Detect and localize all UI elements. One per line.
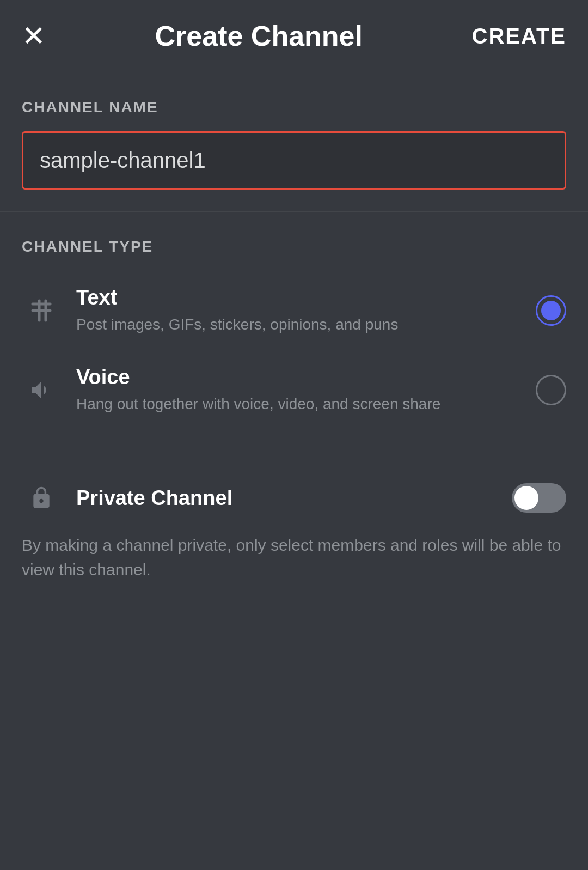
private-channel-description: By making a channel private, only select…: [22, 533, 566, 582]
private-channel-row: Private Channel: [22, 478, 566, 518]
channel-name-label: CHANNEL NAME: [22, 99, 566, 116]
create-button[interactable]: CREATE: [472, 24, 566, 48]
lock-icon: [22, 478, 61, 518]
toggle-track: [512, 483, 566, 513]
channel-type-section: CHANNEL TYPE Text Post images, GIFs, sti…: [0, 212, 588, 452]
header: ✕ Create Channel CREATE: [0, 0, 588, 72]
channel-type-label: CHANNEL TYPE: [22, 238, 566, 255]
voice-channel-info: Voice Hang out together with voice, vide…: [76, 366, 525, 415]
voice-channel-radio[interactable]: [536, 375, 566, 405]
channel-type-voice[interactable]: Voice Hang out together with voice, vide…: [22, 350, 566, 430]
channel-name-section: CHANNEL NAME: [0, 72, 588, 212]
page-title: Create Channel: [46, 20, 472, 52]
channel-name-input[interactable]: [22, 131, 566, 190]
private-channel-section: Private Channel By making a channel priv…: [0, 452, 588, 582]
channel-type-text[interactable]: Text Post images, GIFs, stickers, opinio…: [22, 271, 566, 350]
text-channel-radio[interactable]: [536, 295, 566, 326]
voice-channel-desc: Hang out together with voice, video, and…: [76, 393, 525, 415]
voice-channel-name: Voice: [76, 366, 525, 389]
toggle-thumb: [514, 486, 538, 510]
text-channel-icon: [22, 291, 61, 330]
text-channel-name: Text: [76, 286, 525, 309]
private-channel-label: Private Channel: [76, 486, 512, 510]
text-channel-desc: Post images, GIFs, stickers, opinions, a…: [76, 314, 525, 335]
voice-channel-icon: [22, 370, 61, 410]
text-channel-info: Text Post images, GIFs, stickers, opinio…: [76, 286, 525, 335]
close-button[interactable]: ✕: [22, 22, 46, 50]
private-channel-toggle[interactable]: [512, 483, 566, 513]
